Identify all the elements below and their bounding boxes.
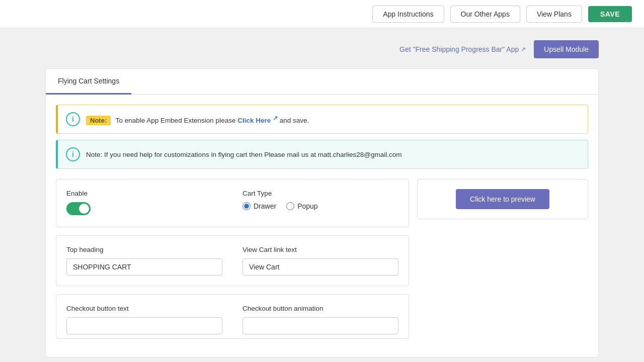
enable-cart-row: Enable Cart Type: [66, 190, 398, 217]
tab-bar: Flying Cart Settings: [46, 69, 598, 95]
view-cart-input[interactable]: [243, 258, 398, 276]
page-content: Get "Free Shipping Progress Bar" App ↗ U…: [35, 28, 609, 362]
save-button[interactable]: SAVE: [588, 6, 632, 22]
checkout-card: Checkout button text Checkout button ani…: [56, 294, 409, 339]
click-here-link[interactable]: Click Here ↗: [237, 117, 280, 124]
tab-flying-cart-settings[interactable]: Flying Cart Settings: [46, 69, 131, 95]
settings-left: Enable Cart Type: [56, 179, 409, 347]
help-notice: i Note: If you need help for customizati…: [56, 140, 588, 169]
free-shipping-link[interactable]: Get "Free Shipping Progress Bar" App ↗: [399, 45, 526, 53]
drawer-radio-option[interactable]: Drawer: [243, 202, 276, 210]
info-icon-embed: i: [66, 112, 80, 126]
toggle-slider: [66, 202, 91, 215]
enable-label: Enable: [66, 190, 222, 197]
settings-right: Click here to preview: [417, 179, 588, 347]
top-bar: Get "Free Shipping Progress Bar" App ↗ U…: [45, 40, 599, 58]
enable-field-group: Enable: [66, 190, 222, 217]
top-heading-label: Top heading: [66, 246, 222, 253]
view-cart-label: View Cart link text: [243, 246, 398, 253]
tab-container: Flying Cart Settings i Note: To enable A…: [45, 68, 599, 357]
preview-card: Click here to preview: [417, 179, 588, 219]
popup-radio-option[interactable]: Popup: [286, 202, 317, 210]
checkout-animation-group: Checkout button animation: [243, 305, 398, 334]
info-icon-help: i: [66, 147, 80, 161]
app-instructions-button[interactable]: App Instructions: [372, 6, 444, 23]
enable-cart-type-card: Enable Cart Type: [56, 179, 409, 227]
checkout-row: Checkout button text Checkout button ani…: [66, 305, 398, 334]
checkout-text-label: Checkout button text: [66, 305, 222, 312]
our-other-apps-button[interactable]: Our Other Apps: [450, 6, 520, 23]
heading-viewcart-row: Top heading View Cart link text: [66, 246, 398, 276]
popup-label: Popup: [297, 202, 317, 210]
preview-button[interactable]: Click here to preview: [456, 189, 549, 209]
embed-notice-text: Note: To enable App Embed Extension plea…: [86, 114, 309, 124]
top-heading-group: Top heading: [66, 246, 222, 276]
checkout-animation-label: Checkout button animation: [243, 305, 398, 312]
checkout-text-input[interactable]: [66, 317, 222, 334]
checkout-animation-input[interactable]: [243, 317, 398, 334]
view-plans-button[interactable]: View Plans: [526, 6, 582, 23]
top-heading-input[interactable]: [66, 258, 222, 276]
cart-type-label: Cart Type: [243, 190, 398, 197]
heading-viewcart-card: Top heading View Cart link text: [56, 235, 409, 286]
checkout-text-group: Checkout button text: [66, 305, 222, 334]
cart-type-field-group: Cart Type Drawer Popup: [243, 190, 398, 210]
drawer-label: Drawer: [254, 202, 276, 210]
main-content: i Note: To enable App Embed Extension pl…: [46, 105, 598, 357]
settings-grid: Enable Cart Type: [46, 169, 598, 357]
cart-type-radio-group: Drawer Popup: [243, 202, 398, 210]
drawer-radio[interactable]: [243, 202, 251, 210]
app-header: App Instructions Our Other Apps View Pla…: [0, 0, 644, 28]
embed-notice: i Note: To enable App Embed Extension pl…: [56, 105, 588, 134]
view-cart-group: View Cart link text: [243, 246, 398, 276]
popup-radio[interactable]: [286, 202, 294, 210]
upsell-module-button[interactable]: Upsell Module: [534, 40, 599, 58]
help-notice-text: Note: If you need help for customization…: [86, 151, 402, 158]
enable-toggle[interactable]: [66, 202, 91, 215]
click-here-ext-icon: ↗: [273, 114, 278, 121]
external-link-icon: ↗: [521, 46, 526, 53]
note-badge: Note:: [86, 116, 111, 125]
